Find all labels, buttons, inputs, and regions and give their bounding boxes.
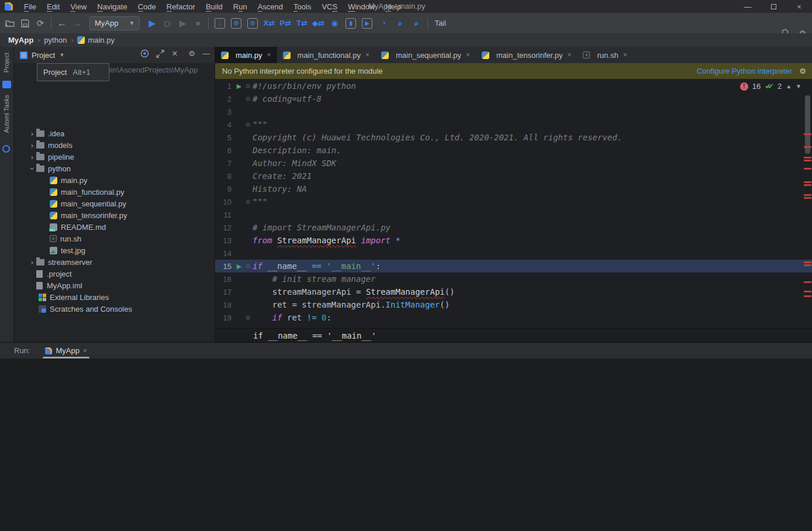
error-stripe-mark[interactable] [804, 264, 811, 266]
code-line-13[interactable]: 13from StreamManagerApi import * [215, 234, 812, 247]
profiler-pie-icon[interactable]: ◔ [378, 18, 389, 29]
t-convert-icon[interactable]: T⇄ [296, 18, 307, 29]
code-line-19[interactable]: 19⊟ if ret != 0: [215, 311, 812, 324]
tree-chevron-icon[interactable]: › [28, 258, 36, 267]
next-problem-icon[interactable]: ▼ [796, 83, 801, 89]
close-button[interactable]: × [786, 0, 812, 13]
error-stripe-mark[interactable] [804, 281, 811, 283]
tree-item-main-functional-py[interactable]: main_functional.py [50, 186, 124, 198]
code-line-6[interactable]: 6Description: main. [215, 144, 812, 157]
run-tab[interactable]: MyApp × [43, 343, 89, 358]
maximize-button[interactable] [761, 0, 786, 13]
back-icon[interactable]: ← [54, 16, 70, 30]
code-line-8[interactable]: 8Create: 2021 [215, 170, 812, 182]
code-line-17[interactable]: 17 streamManagerApi = StreamManagerApi() [215, 285, 812, 298]
tree-chevron-icon[interactable]: › [28, 141, 36, 150]
package-download-icon[interactable]: ↓ [215, 18, 225, 29]
code-line-4[interactable]: 4⊟""" [215, 118, 812, 131]
banner-gear-icon[interactable]: ⚙ [799, 67, 806, 75]
tree-item-main-py[interactable]: main.py [50, 174, 88, 186]
tree-item-streamserver[interactable]: ›streamserver [28, 256, 92, 268]
code-line-1[interactable]: 1▶⊟#!/usr/bin/env python [215, 80, 812, 92]
code-line-15[interactable]: 15▶⊟if __name__ == '__main__': [215, 260, 812, 273]
code-editor[interactable]: ! 16 ✔✔ 2 ▲ ▼ 1▶⊟#!/usr/bin/env python2⊟… [215, 79, 812, 328]
error-stripe-mark[interactable] [804, 146, 811, 148]
run-line-icon[interactable]: ▶ [235, 263, 243, 270]
menu-view[interactable]: View [65, 1, 92, 12]
panel-settings-icon[interactable]: ⚙ [188, 49, 195, 58]
tab-close-icon[interactable]: × [567, 51, 571, 59]
run-tab-close-icon[interactable]: × [83, 347, 87, 355]
tree-chevron-icon[interactable]: › [28, 153, 36, 161]
tail-label[interactable]: Tail [434, 19, 446, 27]
menu-refactor[interactable]: Refactor [161, 1, 201, 12]
code-line-9[interactable]: 9History: NA [215, 182, 812, 195]
error-stripe-mark[interactable] [804, 261, 811, 263]
error-stripe-mark[interactable] [804, 168, 811, 170]
minimize-button[interactable]: — [735, 0, 761, 13]
eye-inspect-icon[interactable]: ◉ [329, 18, 340, 29]
prev-problem-icon[interactable]: ▲ [786, 83, 792, 89]
tree-item-main-tensorinfer-py[interactable]: main_tensorinfer.py [50, 209, 127, 221]
code-line-3[interactable]: 3 [215, 105, 812, 118]
tree-item--project[interactable]: .project [28, 268, 72, 280]
code-line-7[interactable]: 7Author: MindX SDK [215, 157, 812, 170]
tree-item-external-libraries[interactable]: External Libraries [39, 291, 109, 303]
tree-chevron-icon[interactable]: › [28, 129, 36, 138]
error-stripe-mark[interactable] [804, 194, 811, 196]
fold-marker-icon[interactable]: ⊟ [243, 122, 253, 127]
code-line-16[interactable]: 16 # init stream manager [215, 273, 812, 285]
tree-item-readme-md[interactable]: MDREADME.md [50, 221, 106, 233]
expand-all-icon[interactable] [156, 50, 164, 58]
code-line-14[interactable]: 14 [215, 247, 812, 260]
doc-gear-icon[interactable]: ⚙ [247, 18, 258, 29]
tree-item-run-sh[interactable]: ›run.sh [50, 233, 81, 244]
search-scan-icon[interactable]: ⌕ [411, 18, 421, 29]
editor-scrollbar[interactable] [805, 95, 810, 154]
toolwindow-project-label[interactable]: Project [3, 53, 10, 73]
menu-vcs[interactable]: VCS [316, 1, 343, 12]
tab-run-sh[interactable]: ›run.sh× [577, 47, 633, 63]
menu-navigate[interactable]: Navigate [92, 1, 132, 12]
tree-item-pipeline[interactable]: ›pipeline [28, 151, 74, 163]
breadcrumb-item[interactable]: MyApp [8, 36, 33, 44]
tree-item-main-sequential-py[interactable]: main_sequential.py [50, 198, 126, 209]
sync-icon[interactable]: ⟳ [33, 16, 48, 30]
project-panel-header[interactable]: Project ▼ ✕ ⚙ — [14, 47, 215, 63]
debug-icon[interactable] [160, 16, 175, 30]
sticky-context-line[interactable]: if __name__ == '__main__' [215, 328, 812, 342]
model-cube-icon[interactable]: ◆⇄ [313, 18, 323, 29]
error-stripe-mark[interactable] [804, 181, 811, 183]
fold-marker-icon[interactable]: ⊟ [243, 96, 253, 102]
toolwindow-automl-label[interactable]: Automl Tasks [3, 95, 10, 133]
code-line-18[interactable]: 18 ret = streamManagerApi.InitManager() [215, 298, 812, 311]
breadcrumb-item[interactable]: python [44, 36, 67, 44]
simulator-icon[interactable]: ▶ [362, 18, 372, 29]
chip-bars-icon[interactable]: ▮ [345, 18, 356, 29]
menu-file[interactable]: File [19, 1, 42, 12]
error-stripe-mark[interactable] [804, 295, 811, 297]
breadcrumb-item[interactable]: main.py [88, 36, 115, 44]
error-stripe-mark[interactable] [804, 291, 811, 292]
error-stripe-mark[interactable] [804, 133, 811, 135]
project-folder-icon[interactable] [2, 81, 11, 88]
run-configuration-selector[interactable]: MyApp▼ [89, 16, 140, 30]
menu-code[interactable]: Code [133, 1, 161, 12]
locate-file-icon[interactable] [140, 49, 149, 58]
tree-item-models[interactable]: ›models [28, 139, 72, 151]
code-line-5[interactable]: 5Copyright (c) Huawei Technologies Co., … [215, 131, 812, 144]
menu-edit[interactable]: Edit [42, 1, 65, 12]
fold-marker-icon[interactable]: ⊟ [243, 83, 253, 89]
code-line-10[interactable]: 10⊟""" [215, 195, 812, 208]
x-convert-icon[interactable]: X⇄ [264, 18, 274, 29]
run-secondary-icon[interactable]: ▶ [175, 16, 190, 30]
tree-item-myapp-iml[interactable]: MyApp.iml [28, 280, 82, 291]
error-stripe-mark[interactable] [804, 184, 811, 186]
automl-icon[interactable] [2, 145, 10, 153]
tab-close-icon[interactable]: × [623, 51, 627, 59]
tab-close-icon[interactable]: × [365, 51, 369, 59]
fold-marker-icon[interactable]: ⊟ [243, 315, 253, 320]
tree-item-python[interactable]: ›python [28, 163, 71, 174]
stop-icon[interactable]: ■ [190, 16, 205, 30]
menu-tools[interactable]: Tools [288, 1, 316, 12]
